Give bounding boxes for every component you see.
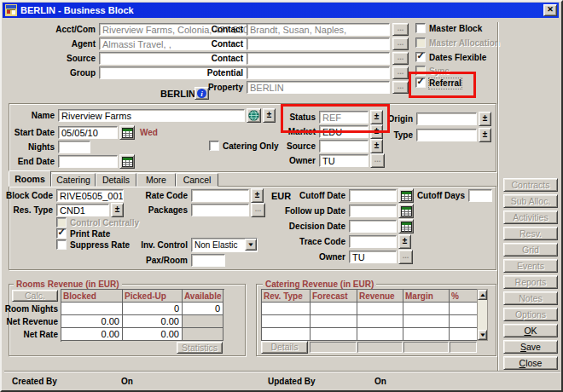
statistics-button: Statistics bbox=[177, 342, 223, 354]
trace-code-lov-button[interactable]: ± bbox=[398, 234, 411, 249]
tab-catering[interactable]: Catering bbox=[51, 173, 96, 187]
ok-button[interactable]: OK bbox=[503, 324, 558, 337]
potential-field[interactable] bbox=[247, 66, 390, 79]
name-field[interactable]: Riverview Farms bbox=[58, 109, 245, 122]
name-globe-button[interactable] bbox=[247, 108, 261, 123]
packages-browse-button[interactable]: ... bbox=[251, 203, 265, 217]
net-revenue-blocked-cell[interactable]: 0.00 bbox=[61, 315, 123, 328]
block-owner-browse-button[interactable]: ... bbox=[398, 250, 413, 264]
source-lov-button[interactable]: ± bbox=[370, 139, 383, 153]
contracts-button: Contracts bbox=[503, 178, 558, 192]
rate-code-field[interactable] bbox=[191, 189, 249, 202]
revenue-total-field bbox=[357, 342, 403, 353]
catering-table-scrollbar[interactable]: ▲ ▼ bbox=[477, 289, 488, 341]
contact1-label: Contact bbox=[183, 25, 243, 35]
owner-browse-button[interactable]: ... bbox=[370, 153, 385, 168]
cutoff-days-field[interactable] bbox=[468, 189, 492, 202]
type-field[interactable] bbox=[416, 129, 477, 141]
table-cell[interactable] bbox=[357, 315, 403, 328]
type-lov-button[interactable]: ± bbox=[479, 128, 491, 142]
room-nights-picked-up-cell[interactable]: 0 bbox=[123, 303, 183, 315]
potential-browse-button[interactable]: ... bbox=[392, 66, 409, 79]
contact3-field[interactable] bbox=[247, 52, 390, 65]
table-cell[interactable] bbox=[450, 315, 478, 328]
property-info-button[interactable]: i bbox=[194, 87, 209, 100]
table-cell[interactable] bbox=[262, 303, 311, 315]
pax-room-field[interactable] bbox=[191, 254, 225, 267]
contact2-browse-button[interactable]: ... bbox=[392, 37, 409, 50]
res-type-lov-button[interactable]: ± bbox=[111, 203, 124, 217]
decision-date-field[interactable] bbox=[349, 220, 397, 233]
table-cell[interactable] bbox=[262, 328, 311, 341]
net-rate-picked-up-cell[interactable]: 0.00 bbox=[123, 328, 183, 341]
scroll-up-button[interactable]: ▲ bbox=[478, 290, 487, 300]
cutoff-date-field[interactable] bbox=[349, 189, 397, 202]
column-header: Margin bbox=[403, 290, 450, 303]
block-owner-field[interactable]: TU bbox=[349, 251, 397, 263]
table-cell[interactable] bbox=[357, 328, 403, 341]
tab-rooms[interactable]: Rooms bbox=[9, 170, 51, 187]
nights-field[interactable] bbox=[58, 141, 90, 153]
trace-code-field[interactable] bbox=[349, 235, 397, 248]
statistics-button-label: Statistics bbox=[182, 343, 218, 353]
save-button[interactable]: Save bbox=[503, 340, 558, 354]
property-browse-button[interactable]: ... bbox=[392, 81, 409, 94]
table-cell[interactable] bbox=[311, 315, 357, 328]
tab-more[interactable]: More bbox=[136, 173, 176, 187]
tab-details[interactable]: Details bbox=[96, 173, 136, 187]
suppress-rate-checkbox[interactable] bbox=[56, 239, 67, 250]
close-button-label: Close bbox=[519, 359, 543, 368]
inv-control-value: Non Elastic bbox=[194, 240, 238, 250]
market-field[interactable]: EDU bbox=[319, 125, 369, 138]
owner-field[interactable]: TU bbox=[319, 154, 369, 167]
block-code-field[interactable]: RIVE0505_001 bbox=[56, 189, 124, 202]
room-nights-available-cell[interactable]: 0 bbox=[183, 303, 223, 315]
table-cell[interactable] bbox=[450, 328, 478, 341]
contact1-browse-button[interactable]: ... bbox=[392, 23, 409, 36]
net-revenue-picked-up-cell[interactable]: 0.00 bbox=[123, 315, 183, 328]
table-cell[interactable] bbox=[311, 328, 357, 341]
packages-field[interactable] bbox=[191, 204, 249, 216]
table-cell[interactable] bbox=[403, 315, 450, 328]
scroll-down-button[interactable]: ▼ bbox=[478, 330, 487, 340]
referral-checkbox[interactable]: ✓ bbox=[415, 78, 426, 88]
end-date-calendar-button[interactable] bbox=[119, 154, 135, 169]
net-rate-blocked-cell[interactable]: 0.00 bbox=[61, 328, 123, 341]
inv-control-dropdown-button[interactable]: ▼ bbox=[245, 239, 257, 251]
tab-cancel[interactable]: Cancel bbox=[176, 173, 218, 187]
contact3-browse-button[interactable]: ... bbox=[392, 52, 409, 65]
property-field[interactable]: BERLIN bbox=[247, 81, 390, 94]
rate-code-lov-button[interactable]: ± bbox=[251, 188, 264, 203]
dates-flexible-checkbox[interactable]: ✓ bbox=[415, 52, 426, 62]
table-cell[interactable] bbox=[403, 303, 450, 315]
source-code-field[interactable] bbox=[319, 140, 369, 153]
follow-up-date-calendar-button[interactable] bbox=[398, 204, 414, 218]
end-date-field[interactable] bbox=[58, 155, 118, 168]
catering-only-checkbox[interactable] bbox=[209, 141, 219, 151]
contact1-field[interactable]: Brandt, Susan, Naples, bbox=[247, 23, 390, 36]
inv-control-select[interactable]: Non Elastic ▼ bbox=[191, 238, 258, 252]
print-rate-checkbox[interactable]: ✓ bbox=[56, 228, 67, 239]
margin-total-field bbox=[403, 342, 449, 353]
status-field[interactable]: REF bbox=[319, 111, 369, 124]
origin-lov-button[interactable]: ± bbox=[479, 112, 491, 126]
table-cell[interactable] bbox=[403, 328, 450, 341]
table-cell[interactable] bbox=[357, 303, 403, 315]
table-cell[interactable] bbox=[262, 315, 311, 328]
origin-field[interactable] bbox=[416, 112, 477, 125]
start-date-calendar-button[interactable] bbox=[119, 125, 135, 140]
close-button[interactable]: ✕ bbox=[543, 4, 557, 16]
res-type-field[interactable]: CND1 bbox=[56, 204, 109, 216]
follow-up-date-field[interactable] bbox=[349, 205, 397, 217]
master-block-checkbox[interactable] bbox=[415, 23, 426, 33]
table-cell[interactable] bbox=[450, 303, 478, 315]
room-nights-blocked-cell[interactable] bbox=[61, 303, 123, 315]
decision-date-calendar-button[interactable] bbox=[398, 219, 414, 233]
res-type-label: Res. Type bbox=[2, 205, 53, 216]
start-date-field[interactable]: 05/05/10 bbox=[58, 126, 118, 139]
contact2-field[interactable] bbox=[247, 37, 390, 50]
title-bar[interactable]: BERLIN - Business Block ✕ bbox=[3, 3, 559, 18]
table-cell[interactable] bbox=[311, 303, 357, 315]
market-label: Market bbox=[264, 127, 316, 137]
close-window-button[interactable]: Close bbox=[503, 356, 558, 370]
